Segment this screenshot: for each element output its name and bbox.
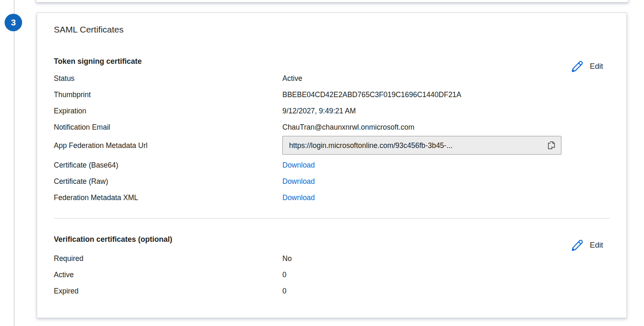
page: 3 SAML Certificates Token signing certif… <box>0 0 644 326</box>
section-title-verification: Verification certificates (optional) <box>54 234 610 244</box>
field-label: Federation Metadata XML <box>54 193 282 203</box>
pencil-icon <box>570 60 584 73</box>
edit-token-signing-button[interactable]: Edit <box>568 58 606 75</box>
copy-button[interactable] <box>545 140 558 151</box>
step-connector-line <box>14 0 15 326</box>
notification-email-value: ChauTran@chaunxnrwl.onmicrosoft.com <box>282 122 415 132</box>
field-label: App Federation Metadata Url <box>54 140 282 150</box>
field-row-certificate-base64: Certificate (Base64) Download <box>54 160 610 170</box>
download-certificate-raw-link[interactable]: Download <box>282 176 315 186</box>
verification-certificates-section: Verification certificates (optional) Edi… <box>54 234 610 296</box>
previous-card-bottom-edge <box>36 0 629 3</box>
step-number-badge: 3 <box>5 14 22 31</box>
field-row-status: Status Active <box>54 73 610 83</box>
field-row-certificate-raw: Certificate (Raw) Download <box>54 176 610 186</box>
field-label: Status <box>54 73 282 83</box>
expiration-value: 9/12/2027, 9:49:21 AM <box>282 106 356 116</box>
token-signing-section: Token signing certificate Edit Status Ac… <box>54 56 610 203</box>
field-row-active-count: Active 0 <box>54 270 610 280</box>
field-row-expiration: Expiration 9/12/2027, 9:49:21 AM <box>54 106 610 116</box>
expired-count-value: 0 <box>282 286 287 296</box>
step-number: 3 <box>11 18 16 28</box>
field-row-expired-count: Expired 0 <box>54 286 610 296</box>
field-row-notification-email: Notification Email ChauTran@chaunxnrwl.o… <box>54 122 610 132</box>
section-divider <box>54 218 610 218</box>
thumbprint-value: BBEBE04CD42E2ABD765C3F019C1696C1440DF21A <box>282 90 461 100</box>
field-label: Notification Email <box>54 122 282 132</box>
status-value: Active <box>282 73 302 83</box>
field-label: Expired <box>54 286 282 296</box>
app-federation-metadata-url-field[interactable]: https://login.microsoftonline.com/93c456… <box>282 136 561 155</box>
field-row-required: Required No <box>54 253 610 263</box>
edit-button-label: Edit <box>590 241 603 250</box>
section-title-token-signing: Token signing certificate <box>54 56 610 66</box>
app-federation-metadata-url-value: https://login.microsoftonline.com/93c456… <box>289 140 541 150</box>
pencil-icon <box>570 238 584 252</box>
field-label: Thumbprint <box>54 90 282 100</box>
edit-verification-certificates-button[interactable]: Edit <box>568 237 606 253</box>
download-certificate-base64-link[interactable]: Download <box>282 160 315 170</box>
field-row-app-federation-metadata-url: App Federation Metadata Url https://logi… <box>54 136 610 155</box>
field-row-federation-metadata-xml: Federation Metadata XML Download <box>54 193 610 203</box>
download-federation-metadata-xml-link[interactable]: Download <box>282 193 315 203</box>
saml-certificates-card: SAML Certificates Token signing certific… <box>37 13 627 318</box>
field-label: Certificate (Raw) <box>54 176 282 186</box>
field-label: Active <box>54 270 282 280</box>
active-count-value: 0 <box>282 270 287 280</box>
edit-button-label: Edit <box>590 62 603 71</box>
field-label: Required <box>54 253 282 263</box>
field-label: Expiration <box>54 106 282 116</box>
card-title: SAML Certificates <box>54 24 610 35</box>
copy-icon <box>546 140 557 151</box>
field-row-thumbprint: Thumbprint BBEBE04CD42E2ABD765C3F019C169… <box>54 90 610 100</box>
required-value: No <box>282 253 292 263</box>
field-label: Certificate (Base64) <box>54 160 282 170</box>
